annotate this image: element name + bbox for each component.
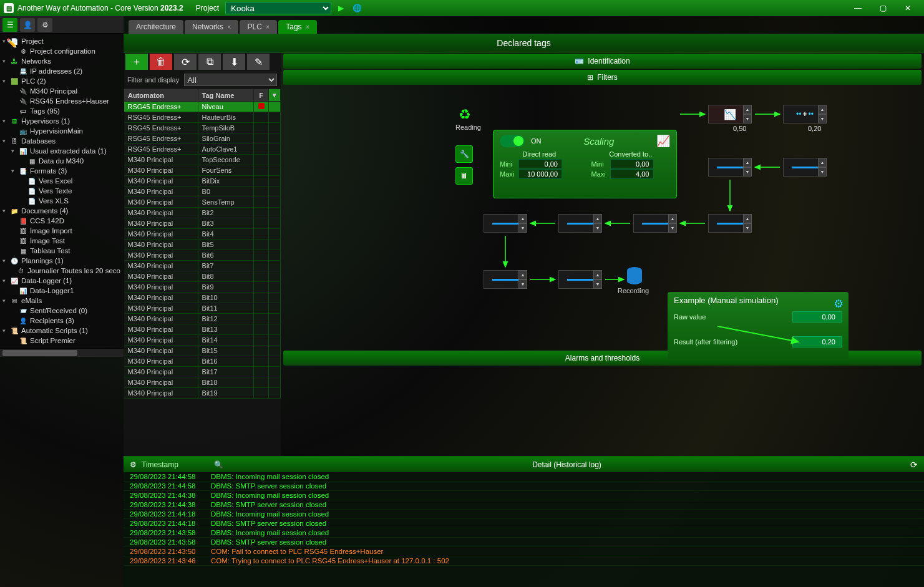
col-sort-icon[interactable]: ▾: [269, 89, 281, 102]
tree-view-button[interactable]: ☰: [2, 18, 17, 32]
log-search-icon[interactable]: 🔍: [214, 460, 223, 469]
tab-networks[interactable]: Networks×: [185, 20, 238, 34]
refresh-tags-button[interactable]: ⟳: [174, 54, 197, 70]
tool-wrench-button[interactable]: 🔧: [455, 145, 473, 163]
tree-item[interactable]: 📄Vers XLS: [0, 196, 123, 206]
close-icon[interactable]: ×: [266, 23, 270, 31]
log-refresh-button[interactable]: ⟳: [910, 460, 918, 470]
table-row[interactable]: M340 PrincipalBit2: [124, 208, 281, 218]
copy-tag-button[interactable]: ⧉: [198, 54, 221, 70]
gear-icon[interactable]: ⚙: [834, 297, 844, 311]
conv-mini-input[interactable]: 0,00: [610, 159, 654, 169]
filter-select[interactable]: All: [184, 74, 277, 86]
table-row[interactable]: M340 PrincipalBit5: [124, 240, 281, 250]
tree-item[interactable]: 📄Vers Excel: [0, 176, 123, 186]
filter-node-r3b[interactable]: ▲▼: [558, 214, 602, 233]
table-row[interactable]: M340 PrincipalBit10: [124, 293, 281, 303]
tree-item[interactable]: ▾📜Automatic Scripts (1): [0, 326, 123, 336]
spin-up[interactable]: ▲: [743, 105, 752, 114]
tree-item[interactable]: 📄Vers Texte: [0, 186, 123, 196]
table-row[interactable]: RSG45 Endress+Niveau: [124, 102, 281, 112]
import-tags-button[interactable]: ⬇: [223, 54, 245, 70]
tree-item[interactable]: 📕CCS 142D: [0, 216, 123, 226]
table-row[interactable]: M340 PrincipalBit19: [124, 388, 281, 399]
filter-node-r3d[interactable]: ▲▼: [708, 214, 752, 233]
log-body[interactable]: 29/08/2023 21:44:58DBMS: Incoming mail s…: [124, 472, 924, 587]
table-row[interactable]: M340 PrincipalB0: [124, 187, 281, 197]
tree-item[interactable]: ⏱Journalier Toutes les 20 seco: [0, 266, 123, 276]
tree-item[interactable]: ▾📄Project: [0, 36, 123, 46]
tree-item[interactable]: ▾🕒Plannings (1): [0, 256, 123, 266]
table-row[interactable]: M340 PrincipalBit18: [124, 377, 281, 388]
filter-node-r2b[interactable]: ▲▼: [783, 158, 827, 177]
tree-item[interactable]: 🔌RSG45 Endress+Hauser: [0, 96, 123, 106]
table-row[interactable]: M340 PrincipalBit7: [124, 261, 281, 271]
filter-node-chart[interactable]: 📉 ▲▼: [708, 105, 752, 124]
table-row[interactable]: M340 PrincipalBit17: [124, 367, 281, 377]
tree-item[interactable]: 🏷Tags (95): [0, 106, 123, 116]
table-row[interactable]: M340 PrincipalBit11: [124, 303, 281, 314]
close-icon[interactable]: ×: [227, 23, 231, 31]
tab-plc[interactable]: PLC×: [240, 20, 277, 34]
tree-item[interactable]: ▾🖥Hypervisors (1): [0, 116, 123, 126]
tree-item[interactable]: ▾🟩PLC (2): [0, 76, 123, 86]
minimize-button[interactable]: ―: [845, 0, 870, 16]
filter-node-r4a[interactable]: ▲▼: [484, 270, 527, 289]
edit-tags-button[interactable]: ✎: [247, 54, 270, 70]
table-row[interactable]: M340 PrincipalBit3: [124, 218, 281, 229]
table-row[interactable]: RSG45 Endress+SiloGrain: [124, 133, 281, 144]
tool-calculator-button[interactable]: 🖩: [455, 167, 473, 185]
log-row[interactable]: 29/08/2023 21:44:58DBMS: SMTP server ses…: [124, 482, 924, 491]
table-row[interactable]: RSG45 Endress+TempSiloB: [124, 123, 281, 133]
log-row[interactable]: 29/08/2023 21:44:18DBMS: Incoming mail s…: [124, 510, 924, 519]
col-tagname[interactable]: Tag Name: [198, 89, 253, 102]
filter-node-r4b[interactable]: ▲▼: [558, 270, 602, 289]
tree-item[interactable]: 🔌M340 Principal: [0, 86, 123, 96]
log-row[interactable]: 29/08/2023 21:43:58DBMS: SMTP server ses…: [124, 538, 924, 547]
tree-item[interactable]: ▾📁Documents (4): [0, 206, 123, 216]
tree-item[interactable]: ▾📑Formats (3): [0, 166, 123, 176]
filter-node-r2a[interactable]: ▲▼: [708, 158, 752, 177]
close-button[interactable]: ✕: [895, 0, 920, 16]
log-row[interactable]: 29/08/2023 21:44:18DBMS: SMTP server ses…: [124, 519, 924, 528]
table-row[interactable]: M340 PrincipalBitDix: [124, 176, 281, 187]
tree-item[interactable]: 📊Data-Logger1: [0, 286, 123, 296]
table-row[interactable]: M340 PrincipalBit14: [124, 335, 281, 346]
table-row[interactable]: M340 PrincipalBit9: [124, 282, 281, 293]
conv-maxi-input[interactable]: 4,00: [610, 169, 654, 179]
tree-item[interactable]: ▾✉eMails: [0, 296, 123, 306]
section-identification[interactable]: 🪪 Identification: [283, 54, 922, 69]
project-tree[interactable]: ▾📄Project⚙Project configuration▾🖧Network…: [0, 34, 124, 348]
table-row[interactable]: M340 PrincipalSensTemp: [124, 197, 281, 208]
tree-item[interactable]: 🖼Image Import: [0, 226, 123, 236]
tree-item[interactable]: ▦Data du M340: [0, 156, 123, 166]
tree-item[interactable]: ⚙Project configuration: [0, 46, 123, 56]
table-row[interactable]: M340 PrincipalBit6: [124, 250, 281, 261]
log-row[interactable]: 29/08/2023 21:43:46COM: Trying to connec…: [124, 556, 924, 566]
tree-item[interactable]: ▾📊Usual extracted data (1): [0, 146, 123, 156]
table-row[interactable]: M340 PrincipalBit15: [124, 346, 281, 356]
table-row[interactable]: M340 PrincipalBit13: [124, 324, 281, 335]
tree-item[interactable]: 📺HypervisionMain: [0, 126, 123, 136]
tab-architecture[interactable]: Architecture: [129, 20, 183, 34]
tree-item[interactable]: 👤Recipients (3): [0, 316, 123, 326]
table-row[interactable]: RSG45 Endress+AutoClave1: [124, 144, 281, 155]
section-filters[interactable]: ⊞ Filters: [283, 70, 922, 85]
log-row[interactable]: 29/08/2023 21:44:58DBMS: Incoming mail s…: [124, 472, 924, 482]
tree-item[interactable]: ▾🖧Networks: [0, 56, 123, 66]
col-flag[interactable]: F: [254, 89, 269, 102]
log-settings-icon[interactable]: ⚙: [130, 460, 137, 469]
tree-item[interactable]: ▾🗄Databases: [0, 136, 123, 146]
run-button[interactable]: ▶: [334, 2, 348, 14]
direct-maxi-input[interactable]: 10 000,00: [518, 169, 562, 179]
add-tag-button[interactable]: ＋: [125, 54, 148, 70]
log-row[interactable]: 29/08/2023 21:44:38DBMS: Incoming mail s…: [124, 491, 924, 500]
filter-node-r3a[interactable]: ▲▼: [484, 214, 527, 233]
scaling-toggle[interactable]: [500, 135, 525, 147]
tree-item[interactable]: 📇IP addresses (2): [0, 66, 123, 76]
filter-node-add[interactable]: ••+•• ▲▼: [783, 105, 827, 124]
table-row[interactable]: RSG45 Endress+HauteurBis: [124, 112, 281, 123]
log-row[interactable]: 29/08/2023 21:44:38DBMS: SMTP server ses…: [124, 500, 924, 510]
direct-mini-input[interactable]: 0,00: [518, 159, 562, 169]
maximize-button[interactable]: ▢: [870, 0, 895, 16]
